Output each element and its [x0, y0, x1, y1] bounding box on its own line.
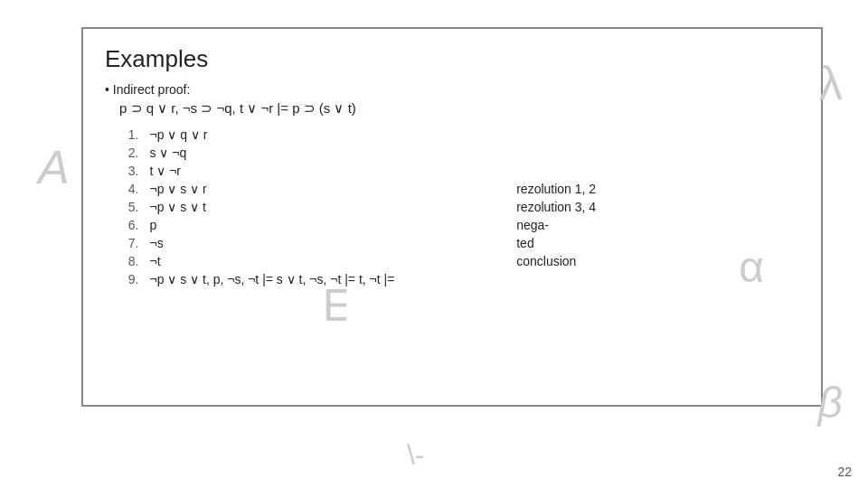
table-row: 9. ¬p ∨ s ∨ t, p, ¬s, ¬t |= s ∨ t, ¬s, ¬…	[105, 270, 799, 288]
row-num: 1.	[105, 126, 144, 144]
row-formula: p	[144, 216, 511, 234]
table-row: 5. ¬p ∨ s ∨ t rezolution 3, 4	[105, 198, 799, 216]
row-reason	[511, 162, 799, 180]
row-formula: ¬s	[144, 234, 511, 252]
page-number: 22	[837, 465, 852, 479]
row-reason: rezolution 1, 2	[511, 180, 799, 198]
row-reason: nega-	[511, 216, 799, 234]
table-row: 3. t ∨ ¬r	[105, 162, 799, 180]
side-lambda-label: λ	[819, 56, 843, 110]
row-formula: t ∨ ¬r	[144, 162, 511, 180]
row-num: 2.	[105, 144, 144, 162]
side-alpha-label: α	[739, 242, 764, 292]
table-row: 2. s ∨ ¬q	[105, 144, 799, 162]
row-formula: s ∨ ¬q	[144, 144, 511, 162]
table-row: 7. ¬s ted	[105, 234, 799, 252]
row-num: 3.	[105, 162, 144, 180]
backslash-symbol: \-	[407, 438, 425, 472]
side-exists-label: ∃	[324, 280, 351, 331]
row-num: 4.	[105, 180, 144, 198]
row-reason	[511, 126, 799, 144]
row-formula: ¬p ∨ s ∨ r	[144, 180, 511, 198]
row-formula: ¬p ∨ s ∨ t	[144, 198, 511, 216]
row-num: 8.	[105, 252, 144, 270]
row-reason	[511, 144, 799, 162]
row-reason: rezolution 3, 4	[511, 198, 799, 216]
proof-table: 1. ¬p ∨ q ∨ r 2. s ∨ ¬q 3. t ∨ ¬r	[105, 126, 799, 288]
bullet-intro: • Indirect proof:	[105, 82, 799, 97]
slide-title: Examples	[105, 45, 799, 73]
table-row: 6. p nega-	[105, 216, 799, 234]
table-row: 8. ¬t conclusion	[105, 252, 799, 270]
row-formula: ¬t	[144, 252, 511, 270]
slide-container: A Examples • Indirect proof: p ⊃ q ∨ r, …	[0, 0, 868, 488]
table-row: 4. ¬p ∨ s ∨ r rezolution 1, 2	[105, 180, 799, 198]
row-num: 7.	[105, 234, 144, 252]
problem-formula: p ⊃ q ∨ r, ¬s ⊃ ¬q, t ∨ ¬r |= p ⊃ (s ∨ t…	[105, 100, 799, 117]
side-a-label: A	[38, 140, 70, 194]
table-row: 1. ¬p ∨ q ∨ r	[105, 126, 799, 144]
row-num: 5.	[105, 198, 144, 216]
row-formula: ¬p ∨ q ∨ r	[144, 126, 511, 144]
row-num: 9.	[105, 270, 144, 288]
side-beta-label: β	[818, 378, 843, 427]
row-formula: ¬p ∨ s ∨ t, p, ¬s, ¬t |= s ∨ t, ¬s, ¬t |…	[144, 270, 799, 288]
row-num: 6.	[105, 216, 144, 234]
main-box: Examples • Indirect proof: p ⊃ q ∨ r, ¬s…	[81, 27, 823, 407]
